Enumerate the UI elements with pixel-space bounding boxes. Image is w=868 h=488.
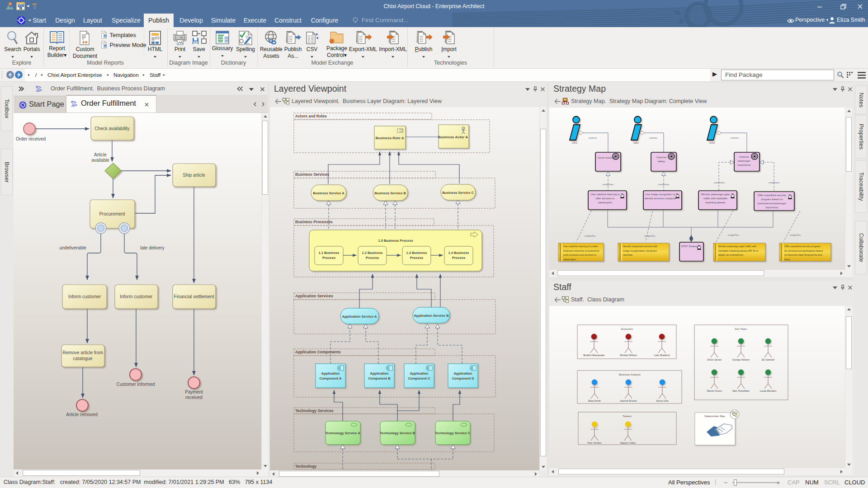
svg-text:«mapsTo»: «mapsTo» [584, 235, 595, 237]
svg-text:1.0 Business Process: 1.0 Business Process [378, 239, 413, 243]
svg-text:Business Analysis: Business Analysis [619, 373, 641, 376]
svg-text:1.3 Business: 1.3 Business [406, 251, 427, 255]
svg-text:«mapsTo»: «mapsTo» [789, 234, 801, 236]
svg-text:Business Actor A: Business Actor A [438, 135, 468, 139]
svg-text:Remove article from: Remove article from [62, 350, 103, 355]
svg-text:Improve: Improve [739, 155, 749, 158]
svg-text:image recognization via airpor: image recognization via airport [623, 249, 657, 252]
svg-text:late delivery: late delivery [140, 245, 164, 250]
svg-text:Monitor passenger gate: Monitor passenger gate [701, 193, 730, 196]
svg-text:Identify suspected terrorist w: Identify suspected terrorist with [623, 245, 657, 248]
svg-text:Oliver James: Oliver James [707, 358, 722, 361]
svg-text:passengers: passengers [563, 258, 576, 261]
svg-text:Offer expedited security: Offer expedited security [758, 194, 786, 197]
svg-text:Business Processes: Business Processes [295, 220, 333, 224]
svg-text:Application: Application [370, 371, 389, 375]
svg-text:Procurement: Procurement [99, 211, 125, 216]
svg-text:Ship article: Ship article [183, 173, 205, 178]
svg-text:Application Components: Application Components [295, 350, 341, 354]
svg-text:Inform customer: Inform customer [68, 294, 101, 299]
svg-text:experience: experience [737, 164, 751, 166]
svg-text:Use machine learning to create: Use machine learning to create [563, 245, 598, 248]
svg-text:Component C: Component C [408, 376, 430, 380]
svg-text:Application: Application [410, 371, 429, 375]
svg-text:Financial settlement: Financial settlement [174, 294, 214, 299]
svg-text:on biometric data (fingerprint: on biometric data (fingerprints and [784, 253, 822, 256]
svg-text:received: received [185, 395, 203, 400]
svg-text:Use image recognition to: Use image recognition to [645, 193, 675, 196]
svg-text:face): face) [784, 258, 790, 261]
svg-text:Sunny Cho: Sunny Cho [656, 399, 668, 402]
svg-text:Check availability: Check availability [94, 126, 129, 131]
svg-text:prescreened passenger: prescreened passenger [758, 202, 786, 205]
svg-text:Technology: Technology [295, 464, 316, 469]
svg-text:Monitor passenger gate traffic: Monitor passenger gate traffic with [718, 245, 756, 248]
svg-text:for prescreened participants b: for prescreened participants based [784, 249, 823, 252]
svg-text:Tasmin Green: Tasmin Green [707, 389, 722, 392]
svg-text:Eli Cambell: Eli Cambell [762, 358, 774, 361]
svg-text:identify terrorism suspects: identify terrorism suspects [645, 197, 676, 200]
svg-text:Buddini Ekanayake: Buddini Ekanayake [583, 354, 604, 357]
svg-text:Sam Fitzwilliam: Sam Fitzwilliam [732, 389, 750, 392]
svg-text:Eliza Smith: Eliza Smith [588, 399, 601, 402]
svg-text:Testers: Testers [623, 415, 631, 418]
svg-text:Article removed: Article removed [66, 412, 97, 417]
svg-text:Dev Team: Dev Team [735, 328, 747, 330]
svg-text:Customer informed: Customer informed [116, 382, 155, 387]
svg-text:Lucas Blunden: Lucas Blunden [760, 389, 776, 392]
svg-text:biometrics: biometrics [766, 206, 778, 209]
svg-text:traffic with trackable: traffic with trackable [703, 197, 728, 200]
svg-text:boarding passes: boarding passes [705, 201, 725, 204]
svg-text:CEO: CEO [633, 141, 639, 144]
svg-text:catalogue: catalogue [73, 356, 93, 361]
svg-text:Liam Bradford: Liam Bradford [654, 354, 670, 357]
svg-text:«owns»: «owns» [731, 136, 739, 139]
svg-text:safety: safety [658, 160, 665, 163]
svg-text:Application: Application [321, 371, 340, 375]
svg-text:«owns»: «owns» [649, 136, 658, 139]
svg-text:passengers: passengers [598, 201, 612, 204]
svg-text:1.1 Business: 1.1 Business [319, 251, 340, 255]
svg-text:Business Role A: Business Role A [376, 136, 404, 140]
svg-text:Component A: Component A [320, 376, 342, 380]
svg-text:Payment: Payment [185, 389, 203, 394]
svg-text:Application Services: Application Services [295, 294, 333, 298]
svg-text:1.4 Business: 1.4 Business [448, 251, 469, 255]
svg-text:«realizes»: «realizes» [602, 183, 613, 186]
svg-text:undeliverable: undeliverable [59, 245, 86, 250]
svg-text:ATDT Strategy: ATDT Strategy [681, 245, 698, 248]
svg-text:Business Service B: Business Service B [374, 191, 406, 195]
svg-text:Application Service B: Application Service B [414, 314, 449, 318]
svg-text:Actors and Roles: Actors and Roles [295, 114, 327, 118]
svg-text:«realizes»: «realizes» [768, 181, 779, 184]
svg-text:Nguyen Caley: Nguyen Caley [620, 441, 636, 444]
svg-text:1.2 Business: 1.2 Business [362, 251, 383, 255]
svg-text:Stakeholder Map: Stakeholder Map [704, 415, 725, 418]
svg-text:CFO: CFO [572, 141, 577, 144]
svg-text:Process: Process [366, 256, 379, 260]
svg-text:Offer expedited security progr: Offer expedited security program [784, 245, 821, 248]
svg-text:Technology Service C: Technology Service C [435, 431, 470, 435]
svg-text:Process: Process [452, 256, 465, 260]
svg-text:Inform customer: Inform customer [120, 294, 153, 299]
svg-text:Technology Service A: Technology Service A [325, 431, 360, 435]
svg-text:Savindi Russel: Savindi Russel [620, 399, 637, 402]
svg-text:Pete Yendon: Pete Yendon [587, 441, 601, 444]
svg-text:Application Service A: Application Service A [342, 314, 377, 319]
svg-text:program based on: program based on [761, 198, 783, 201]
svg-text:«realizes»: «realizes» [658, 183, 669, 186]
svg-text:Technology Service B: Technology Service B [380, 431, 415, 435]
svg-text:Use machine learning to: Use machine learning to [590, 193, 620, 196]
svg-text:Business Service A: Business Service A [313, 191, 344, 195]
svg-text:trackable boarding passes (RF: trackable boarding passes (RF ID or [718, 249, 759, 252]
svg-text:available: available [91, 158, 109, 163]
svg-text:«mapsTo»: «mapsTo» [727, 234, 739, 236]
svg-text:Process: Process [322, 256, 335, 260]
svg-text:Process: Process [410, 256, 423, 260]
svg-text:digital via smartphone): digital via smartphone) [718, 253, 744, 256]
svg-text:cameras: cameras [623, 253, 632, 256]
svg-text:COO: COO [709, 141, 715, 144]
svg-text:Michael Willson: Michael Willson [620, 354, 637, 357]
svg-text:Business Service C: Business Service C [442, 191, 474, 195]
svg-text:business moments to proactivel: business moments to proactively [563, 249, 599, 252]
